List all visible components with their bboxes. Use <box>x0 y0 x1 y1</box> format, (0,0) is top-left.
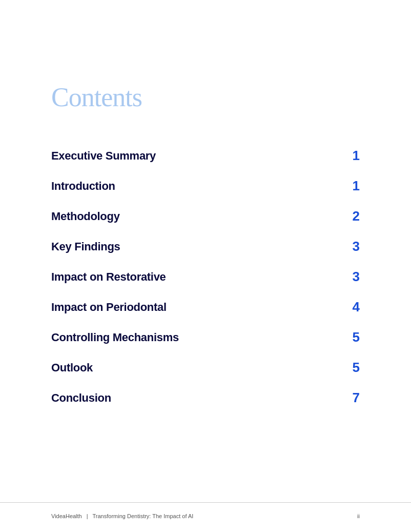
page: Contents Executive Summary1Introduction1… <box>0 0 411 532</box>
toc-item-label: Executive Summary <box>51 141 329 171</box>
toc-item-label: Key Findings <box>51 231 329 262</box>
table-row: Introduction1 <box>51 171 360 201</box>
table-row: Methodology2 <box>51 201 360 231</box>
toc-item-label: Introduction <box>51 171 329 201</box>
table-row: Outlook5 <box>51 352 360 383</box>
footer-separator: | <box>87 513 88 519</box>
toc-item-page: 3 <box>329 231 360 262</box>
table-row: Key Findings3 <box>51 231 360 262</box>
table-row: Impact on Periodontal4 <box>51 292 360 322</box>
toc-item-label: Methodology <box>51 201 329 231</box>
toc-table: Executive Summary1Introduction1Methodolo… <box>51 141 360 413</box>
toc-item-label: Impact on Restorative <box>51 262 329 292</box>
table-row: Conclusion7 <box>51 383 360 413</box>
toc-item-page: 3 <box>329 262 360 292</box>
toc-item-page: 5 <box>329 352 360 383</box>
toc-item-page: 1 <box>329 171 360 201</box>
toc-item-label: Controlling Mechanisms <box>51 322 329 352</box>
table-row: Impact on Restorative3 <box>51 262 360 292</box>
toc-item-page: 7 <box>329 383 360 413</box>
content-area: Contents Executive Summary1Introduction1… <box>0 0 411 454</box>
table-row: Executive Summary1 <box>51 141 360 171</box>
toc-item-page: 5 <box>329 322 360 352</box>
footer-company: VideaHealth <box>51 513 82 519</box>
footer-left: VideaHealth | Transforming Dentistry: Th… <box>51 513 193 519</box>
footer: VideaHealth | Transforming Dentistry: Th… <box>0 502 411 532</box>
toc-item-page: 2 <box>329 201 360 231</box>
toc-item-label: Conclusion <box>51 383 329 413</box>
toc-item-label: Outlook <box>51 352 329 383</box>
footer-page-number: ii <box>357 513 360 519</box>
page-title: Contents <box>51 82 360 112</box>
toc-item-page: 4 <box>329 292 360 322</box>
table-row: Controlling Mechanisms5 <box>51 322 360 352</box>
toc-item-label: Impact on Periodontal <box>51 292 329 322</box>
toc-item-page: 1 <box>329 141 360 171</box>
footer-subtitle: Transforming Dentistry: The Impact of AI <box>93 513 194 519</box>
